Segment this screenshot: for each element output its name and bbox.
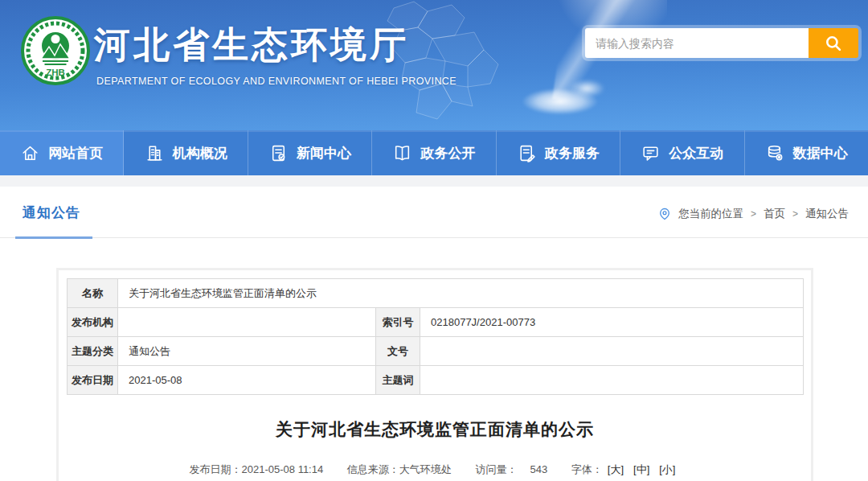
meta-views-label: 访问量： <box>475 463 517 475</box>
nav-label: 政务服务 <box>545 144 600 162</box>
article-card: 名称 关于河北省生态环境监管正面清单的公示 发布机构 索引号 0218077J/… <box>56 268 813 481</box>
nav-item-data-center[interactable]: 数据中心 <box>745 130 868 175</box>
nav-label: 公众互动 <box>669 144 723 162</box>
svg-text:ZHB: ZHB <box>46 68 65 77</box>
publisher-label: 发布机构 <box>68 308 118 337</box>
meta-source: 信息来源：大气环境处 <box>347 463 452 475</box>
topic-category-label: 主题分类 <box>68 337 118 366</box>
breadcrumb-separator: > <box>751 208 756 220</box>
site-title: 河北省生态环境厅 <box>94 21 409 69</box>
publish-date-label: 发布日期 <box>68 366 118 395</box>
section-bar: 通知公告 您当前的位置 > 首页 > 通知公告 <box>0 187 868 238</box>
breadcrumb-separator: > <box>792 208 798 220</box>
nav-label: 数据中心 <box>793 144 848 162</box>
page-title: 通知公告 <box>23 204 80 222</box>
font-size-large-button[interactable]: [大] <box>608 463 624 475</box>
name-value: 关于河北省生态环境监管正面清单的公示 <box>118 279 804 308</box>
search-bar <box>582 25 862 61</box>
meta-views-value: 543 <box>530 463 547 475</box>
doc-number-value <box>420 337 804 366</box>
nav-label: 机构概况 <box>173 144 227 162</box>
nav-item-gov-service[interactable]: 政务服务 <box>497 130 620 175</box>
building-icon <box>145 143 165 163</box>
nav-item-gov-open[interactable]: 政务公开 <box>372 130 496 175</box>
title-underline <box>15 236 92 239</box>
table-row: 名称 关于河北省生态环境监管正面清单的公示 <box>68 279 804 308</box>
search-input[interactable] <box>585 28 809 58</box>
meta-font-switcher: 字体：[大][中][小] <box>571 463 681 475</box>
site-logo[interactable]: ZHB <box>21 16 90 85</box>
nav-label: 网站首页 <box>48 144 103 162</box>
publish-date-value: 2021-05-08 <box>118 366 376 395</box>
search-button[interactable] <box>809 28 858 58</box>
document-pencil-icon <box>517 143 537 163</box>
meta-publish-date: 发布日期：2021-05-08 11:14 <box>190 463 324 475</box>
font-size-medium-button[interactable]: [中] <box>633 463 649 475</box>
meta-source-label: 信息来源： <box>347 463 399 475</box>
main-nav: 网站首页 机构概况 新闻中心 政务公开 <box>0 130 868 175</box>
meta-font-label: 字体： <box>571 463 603 475</box>
nav-label: 新闻中心 <box>297 144 351 162</box>
chat-bubble-icon <box>641 143 661 163</box>
meta-publish-date-label: 发布日期： <box>190 463 242 475</box>
site-subtitle: DEPARTMENT OF ECOLOGY AND ENVIRONMENT OF… <box>96 76 457 87</box>
nav-item-org[interactable]: 机构概况 <box>124 130 248 175</box>
keywords-value <box>420 366 804 395</box>
keywords-label: 主题词 <box>376 366 420 395</box>
database-icon <box>765 143 785 163</box>
breadcrumb-prefix: 您当前的位置 <box>678 207 743 221</box>
article-title: 关于河北省生态环境监管正面清单的公示 <box>67 418 803 441</box>
table-row: 主题分类 通知公告 文号 <box>68 337 804 366</box>
cloud-decoration-small <box>563 76 611 101</box>
meta-source-value: 大气环境处 <box>399 463 452 475</box>
font-size-small-button[interactable]: [小] <box>659 463 675 475</box>
table-row: 发布日期 2021-05-08 主题词 <box>68 366 804 395</box>
nav-item-home[interactable]: 网站首页 <box>0 130 124 175</box>
publisher-value <box>118 308 376 337</box>
meta-views: 访问量：543 <box>475 463 547 475</box>
name-label: 名称 <box>68 279 118 308</box>
news-icon <box>268 143 289 163</box>
breadcrumb-current: 通知公告 <box>805 207 849 221</box>
document-meta-table: 名称 关于河北省生态环境监管正面清单的公示 发布机构 索引号 0218077J/… <box>67 278 804 395</box>
meta-publish-date-value: 2021-05-08 11:14 <box>242 463 324 475</box>
divider-band <box>0 175 868 187</box>
nav-label: 政务公开 <box>420 144 475 162</box>
table-row: 发布机构 索引号 0218077J/2021-00773 <box>68 308 804 337</box>
topic-category-value: 通知公告 <box>118 337 376 366</box>
breadcrumb: 您当前的位置 > 首页 > 通知公告 <box>658 207 849 221</box>
article-meta: 发布日期：2021-05-08 11:14 信息来源：大气环境处 访问量：543… <box>67 462 803 477</box>
open-book-icon <box>392 143 412 163</box>
index-number-label: 索引号 <box>376 308 420 337</box>
nav-item-interaction[interactable]: 公众互动 <box>620 130 744 175</box>
home-icon <box>20 143 40 163</box>
site-header: ZHB 河北省生态环境厅 DEPARTMENT OF ECOLOGY AND E… <box>0 0 868 130</box>
index-number-value: 0218077J/2021-00773 <box>420 308 804 337</box>
breadcrumb-home-link[interactable]: 首页 <box>764 207 785 221</box>
doc-number-label: 文号 <box>376 337 420 366</box>
location-pin-icon <box>658 208 671 220</box>
search-icon <box>823 33 844 54</box>
nav-item-news[interactable]: 新闻中心 <box>248 130 372 175</box>
